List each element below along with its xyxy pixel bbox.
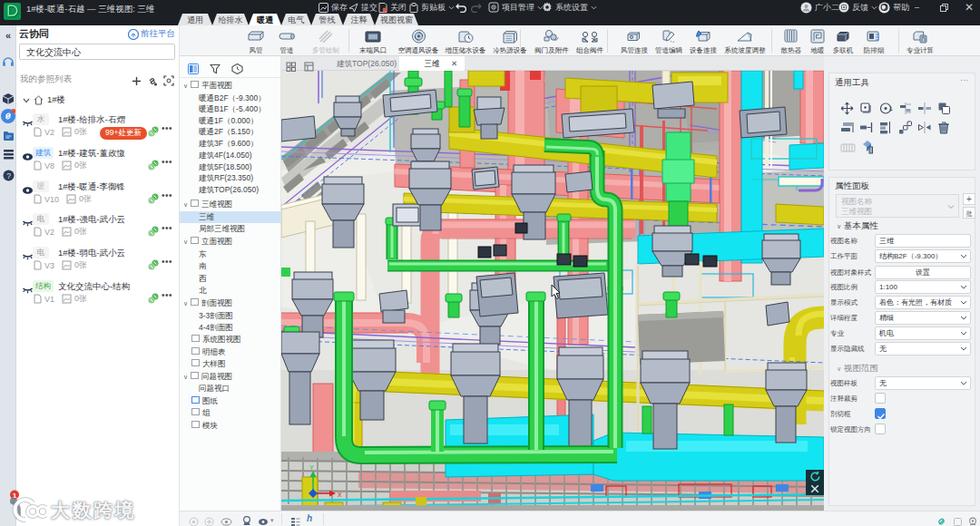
svg-text:X: X [338, 492, 342, 498]
svg-text:Y: Y [309, 464, 314, 471]
svg-text:?: ? [6, 170, 11, 180]
